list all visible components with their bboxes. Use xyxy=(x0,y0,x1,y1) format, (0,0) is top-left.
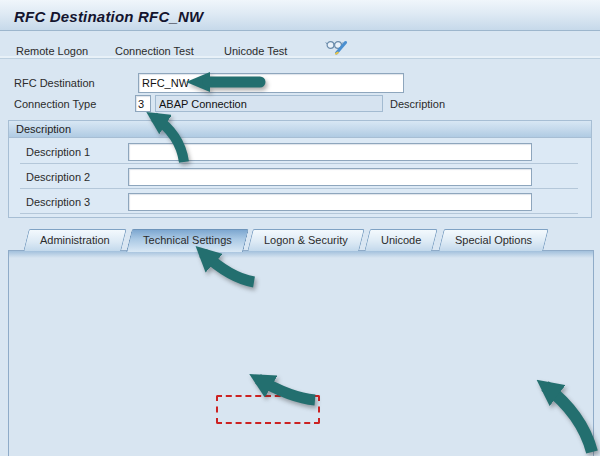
rfc-destination-label: RFC Destination xyxy=(14,77,95,89)
connection-type-label: Connection Type xyxy=(14,98,96,110)
annotation-arrow-system-number xyxy=(528,372,600,456)
tab-unicode[interactable]: Unicode xyxy=(364,229,438,251)
annotation-arrow-target-host xyxy=(243,368,321,406)
remote-logon-button[interactable]: Remote Logon xyxy=(16,45,88,57)
annotation-arrow-connection-type xyxy=(138,104,198,168)
separator-line xyxy=(20,163,578,164)
description-caption: Description xyxy=(390,98,445,110)
application-toolbar: Remote Logon Connection Test Unicode Tes… xyxy=(0,31,600,59)
page-title: RFC Destination RFC_NW xyxy=(14,8,203,25)
description-1-label: Description 1 xyxy=(26,146,90,158)
separator-line xyxy=(20,213,578,214)
tab-logon-security[interactable]: Logon & Security xyxy=(248,229,365,251)
description-3-input[interactable] xyxy=(128,193,532,211)
tab-administration[interactable]: Administration xyxy=(23,229,126,251)
tab-special-options[interactable]: Special Options xyxy=(438,229,549,251)
technical-settings-panel xyxy=(8,250,594,456)
separator-line xyxy=(20,188,578,189)
display-change-glasses-pencil-icon[interactable] xyxy=(325,37,349,55)
description-2-input[interactable] xyxy=(128,168,532,186)
annotation-arrow-technical-settings-tab xyxy=(188,242,260,288)
rfc-destination-input[interactable] xyxy=(138,73,404,93)
rfc-destination-window: RFC Destination RFC_NW Remote Logon Conn… xyxy=(0,0,600,456)
panel-top-shading xyxy=(9,251,593,258)
tab-strip: Administration Technical Settings Logon … xyxy=(26,228,546,251)
description-group-title: Description xyxy=(9,121,591,138)
unicode-test-button[interactable]: Unicode Test xyxy=(224,45,287,57)
window-title-bar: RFC Destination RFC_NW xyxy=(0,0,600,31)
description-2-label: Description 2 xyxy=(26,171,90,183)
annotation-arrow-rfc-destination xyxy=(183,70,268,94)
connection-test-button[interactable]: Connection Test xyxy=(115,45,194,57)
description-3-label: Description 3 xyxy=(26,196,90,208)
